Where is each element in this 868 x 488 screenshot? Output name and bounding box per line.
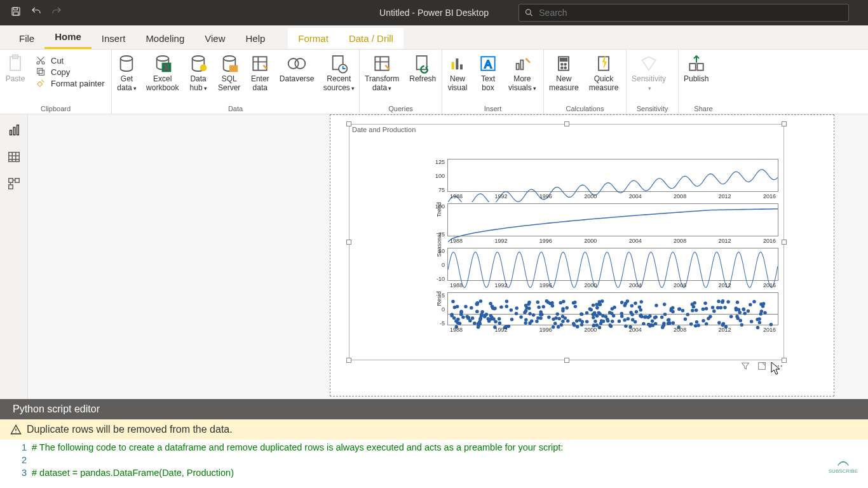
svg-point-252 [450, 314, 453, 317]
svg-point-91 [519, 315, 522, 318]
chart-area: 1251007519881992199620002004200820122016… [447, 159, 778, 353]
svg-point-82 [595, 314, 599, 317]
tab-data-drill[interactable]: Data / Drill [339, 28, 403, 49]
format-painter-button[interactable]: Format painter [31, 78, 109, 89]
svg-point-131 [663, 313, 667, 316]
svg-rect-9 [37, 69, 43, 74]
svg-point-181 [539, 316, 542, 320]
python-visual[interactable]: Date and Production 12510075198819921996… [349, 124, 784, 360]
svg-point-302 [552, 318, 555, 321]
svg-rect-23 [375, 57, 388, 70]
paste-button[interactable]: Paste [0, 52, 31, 85]
resize-handle[interactable] [346, 358, 351, 363]
resize-handle[interactable] [346, 121, 351, 126]
redo-icon[interactable] [51, 6, 62, 20]
sensitivity-button[interactable]: Sensitivity▾ [627, 52, 671, 94]
resize-handle[interactable] [782, 121, 787, 126]
svg-point-20 [295, 58, 305, 69]
dataverse-button[interactable]: Dataverse [275, 52, 319, 85]
sql-server-button[interactable]: SQL Server [214, 52, 245, 94]
code-editor[interactable]: 1 2 3 # The following code to create a d… [0, 440, 868, 488]
resize-handle[interactable] [564, 358, 569, 363]
svg-point-147 [662, 322, 665, 325]
svg-rect-46 [15, 179, 18, 182]
tab-view[interactable]: View [194, 28, 235, 49]
svg-point-206 [606, 318, 609, 321]
svg-point-15 [200, 64, 207, 71]
transform-data-button[interactable]: Transform data▾ [360, 52, 404, 94]
svg-point-158 [561, 315, 564, 318]
svg-point-183 [747, 309, 750, 313]
svg-point-157 [717, 321, 721, 324]
svg-point-278 [691, 302, 694, 306]
svg-point-197 [595, 303, 598, 306]
cut-button[interactable]: Cut [31, 55, 109, 66]
text-box-button[interactable]: AText box [473, 52, 503, 94]
focus-mode-icon[interactable] [757, 361, 767, 374]
svg-point-271 [451, 300, 454, 303]
new-measure-button[interactable]: New measure [544, 52, 584, 94]
svg-text:X: X [164, 64, 169, 71]
svg-rect-43 [17, 125, 18, 135]
group-queries-label: Queries [360, 105, 442, 114]
svg-point-141 [660, 315, 663, 318]
more-visuals-button[interactable]: More visuals▾ [503, 52, 541, 94]
svg-point-304 [695, 320, 698, 323]
tab-help[interactable]: Help [236, 28, 276, 49]
search-box[interactable] [519, 4, 849, 22]
svg-point-318 [539, 313, 542, 316]
svg-point-34 [561, 64, 563, 65]
svg-point-244 [599, 302, 602, 306]
scissors-icon [34, 55, 47, 65]
tab-home[interactable]: Home [44, 26, 92, 49]
svg-point-238 [598, 312, 601, 315]
svg-point-307 [631, 318, 634, 321]
tab-format[interactable]: Format [288, 28, 339, 49]
nav-model-icon[interactable] [7, 177, 21, 191]
svg-rect-44 [8, 152, 19, 162]
tab-insert[interactable]: Insert [92, 28, 136, 49]
resize-handle[interactable] [564, 121, 569, 126]
svg-point-68 [499, 305, 503, 308]
tab-file[interactable]: File [9, 28, 44, 49]
copy-button[interactable]: Copy [31, 66, 109, 78]
svg-rect-31 [520, 60, 523, 70]
quick-measure-button[interactable]: Quick measure [584, 52, 624, 94]
new-visual-button[interactable]: New visual [442, 52, 473, 94]
svg-point-324 [475, 310, 478, 313]
more-options-icon[interactable] [773, 361, 783, 374]
group-insert-label: Insert [442, 105, 543, 114]
recent-sources-button[interactable]: Recent sources▾ [319, 52, 359, 94]
undo-icon[interactable] [31, 6, 42, 20]
svg-point-172 [561, 320, 564, 323]
svg-point-66 [593, 320, 597, 323]
resize-handle[interactable] [346, 240, 351, 245]
tab-modeling[interactable]: Modeling [135, 28, 194, 49]
get-data-button[interactable]: Get data▾ [112, 52, 142, 94]
resize-handle[interactable] [782, 240, 787, 245]
svg-rect-17 [229, 65, 238, 72]
svg-point-54 [541, 305, 545, 308]
svg-point-332 [780, 365, 782, 367]
nav-report-icon[interactable] [7, 123, 21, 137]
publish-button[interactable]: Publish [679, 52, 714, 85]
save-icon[interactable] [10, 6, 22, 20]
svg-point-253 [684, 317, 687, 320]
svg-point-103 [663, 302, 666, 306]
svg-rect-41 [10, 130, 11, 135]
enter-data-button[interactable]: Enter data [245, 52, 275, 94]
subscribe-badge: SUBSCRIBE [829, 458, 858, 474]
excel-workbook-button[interactable]: XExcel workbook [142, 52, 184, 94]
svg-point-323 [555, 312, 559, 315]
svg-point-300 [550, 301, 553, 304]
svg-point-123 [475, 302, 478, 306]
svg-point-202 [562, 300, 565, 303]
svg-rect-42 [13, 127, 15, 135]
nav-data-icon[interactable] [7, 150, 21, 164]
search-input[interactable] [539, 8, 843, 18]
svg-point-305 [561, 307, 564, 310]
refresh-button[interactable]: Refresh [404, 52, 441, 85]
filter-icon[interactable] [740, 361, 750, 374]
data-hub-button[interactable]: Data hub▾ [184, 52, 214, 94]
svg-point-293 [613, 306, 616, 309]
